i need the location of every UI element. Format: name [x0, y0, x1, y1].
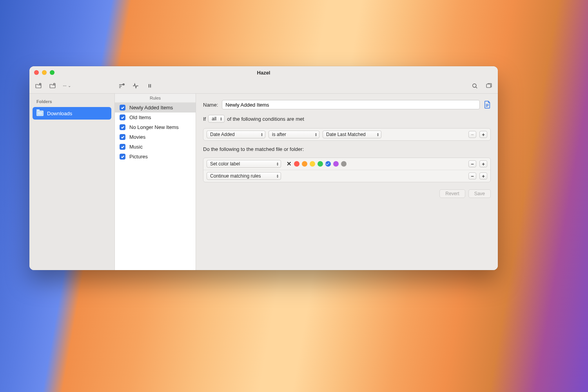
svg-point-3: [64, 85, 65, 86]
svg-point-8: [473, 83, 476, 87]
detach-button[interactable]: [485, 82, 493, 90]
sidebar-header: Folders: [29, 97, 114, 106]
color-clear-button[interactable]: ✕: [287, 160, 292, 167]
add-action-button[interactable]: +: [479, 172, 487, 180]
rule-item[interactable]: Music: [115, 142, 196, 152]
svg-rect-7: [150, 84, 151, 87]
color-gray[interactable]: [341, 161, 347, 167]
svg-rect-9: [486, 84, 491, 87]
if-scope-select[interactable]: all: [208, 115, 225, 123]
svg-rect-6: [149, 84, 149, 87]
window-body: Folders Downloads Rules Newly Added Item…: [29, 94, 498, 270]
condition-attribute-select[interactable]: Date Added: [207, 131, 265, 138]
color-yellow[interactable]: [310, 161, 315, 167]
rule-checkbox[interactable]: [120, 134, 125, 140]
rule-checkbox[interactable]: [120, 144, 125, 150]
app-window: Hazel ⌄: [29, 66, 498, 270]
rule-checkbox[interactable]: [120, 105, 125, 111]
remove-folder-button[interactable]: [48, 82, 57, 90]
if-clause: If all of the following conditions are m…: [203, 115, 491, 123]
actions-label: Do the following to the matched file or …: [203, 146, 491, 152]
toolbar: ⌄: [29, 79, 498, 94]
sidebar-item-label: Downloads: [47, 111, 72, 116]
notes-icon[interactable]: [484, 100, 491, 109]
color-green[interactable]: [318, 161, 323, 167]
condition-value-select[interactable]: Date Last Matched: [323, 131, 381, 138]
rule-name-input[interactable]: [222, 100, 480, 109]
action-row: Continue matching rules − +: [203, 170, 490, 182]
rule-item[interactable]: Movies: [115, 132, 196, 142]
color-blue[interactable]: [325, 161, 331, 167]
rule-label: Movies: [129, 134, 145, 140]
name-row: Name:: [203, 100, 491, 109]
sidebar-item-downloads[interactable]: Downloads: [33, 107, 111, 120]
titlebar: Hazel: [29, 66, 498, 79]
desktop-wallpaper: Hazel ⌄: [0, 0, 588, 392]
conditions-panel: Date Added is after Date Last Matched − …: [203, 128, 491, 141]
if-suffix: of the following conditions are met: [227, 116, 304, 122]
rule-label: Pictures: [129, 154, 148, 160]
rules-list: Rules Newly Added Items Old Items No Lon…: [115, 94, 196, 270]
condition-operator-select[interactable]: is after: [269, 131, 319, 138]
pause-button[interactable]: [145, 82, 154, 90]
name-label: Name:: [203, 102, 218, 108]
detail-footer: Revert Save: [203, 189, 491, 198]
svg-point-2: [63, 85, 64, 86]
rule-checkbox[interactable]: [120, 124, 125, 130]
rule-item[interactable]: Pictures: [115, 152, 196, 162]
color-orange[interactable]: [302, 161, 307, 167]
color-red[interactable]: [294, 161, 299, 167]
chevron-down-icon: ⌄: [68, 83, 71, 88]
action-type-select[interactable]: Set color label: [207, 160, 281, 168]
svg-point-4: [65, 85, 66, 86]
save-button[interactable]: Save: [468, 189, 491, 198]
rule-detail-pane: Name: If all of the following conditions…: [196, 94, 498, 270]
color-label-picker: ✕: [287, 160, 347, 167]
folder-actions-menu[interactable]: ⌄: [62, 82, 71, 90]
rule-label: Old Items: [129, 114, 151, 120]
revert-button[interactable]: Revert: [439, 189, 465, 198]
rule-label: Newly Added Items: [129, 105, 173, 111]
activity-button[interactable]: [131, 82, 140, 90]
add-action-button[interactable]: +: [479, 160, 487, 167]
rule-status-button[interactable]: [117, 82, 126, 90]
rule-item[interactable]: Newly Added Items: [115, 103, 196, 113]
remove-condition-button[interactable]: −: [468, 131, 476, 138]
rule-checkbox[interactable]: [120, 114, 125, 120]
action-row: Set color label ✕: [203, 158, 490, 170]
rule-item[interactable]: Old Items: [115, 113, 196, 122]
search-button[interactable]: [470, 82, 479, 90]
remove-action-button[interactable]: −: [468, 160, 476, 167]
rule-item[interactable]: No Longer New Items: [115, 122, 196, 132]
add-condition-button[interactable]: +: [479, 131, 487, 138]
remove-action-button[interactable]: −: [468, 172, 476, 180]
if-prefix: If: [203, 116, 206, 122]
rules-header: Rules: [115, 94, 196, 103]
folder-icon: [36, 111, 44, 116]
rule-checkbox[interactable]: [120, 154, 125, 160]
rule-label: Music: [129, 144, 143, 150]
actions-panel: Set color label ✕: [203, 158, 491, 182]
condition-row: Date Added is after Date Last Matched − …: [203, 129, 490, 140]
add-folder-button[interactable]: [34, 82, 43, 90]
color-purple[interactable]: [333, 161, 339, 167]
window-title: Hazel: [29, 70, 498, 76]
action-type-select[interactable]: Continue matching rules: [207, 172, 281, 180]
folders-sidebar: Folders Downloads: [29, 94, 115, 270]
rule-label: No Longer New Items: [129, 124, 179, 130]
